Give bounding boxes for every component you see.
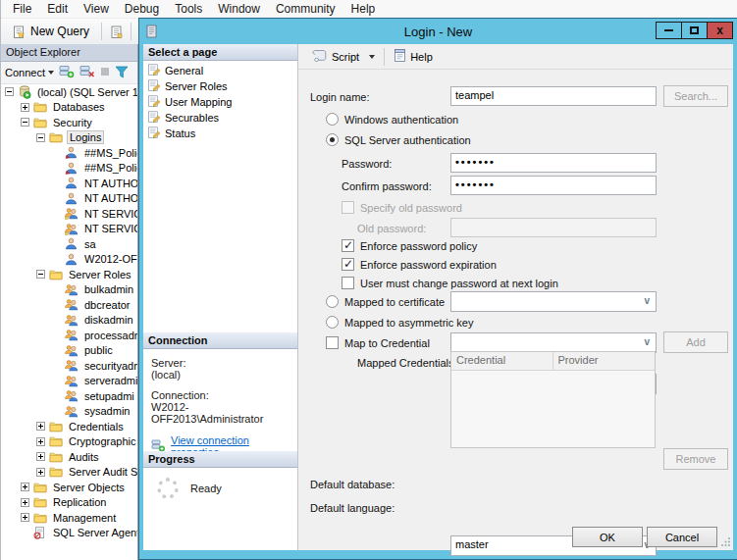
mapped-key-dropdown[interactable]: v: [450, 332, 657, 353]
mapped-cert-radio[interactable]: [326, 295, 339, 308]
maximize-button[interactable]: [681, 22, 708, 39]
expand-icon[interactable]: [36, 437, 45, 446]
page-item-server-roles[interactable]: Server Roles: [143, 78, 297, 94]
tree-item-label: sa: [82, 238, 98, 250]
help-button[interactable]: Help: [390, 47, 437, 66]
page-item-status[interactable]: Status: [143, 126, 297, 141]
mapped-cert-dropdown[interactable]: v: [450, 291, 657, 312]
tree-item-local-sql-server-10[interactable]: (local) (SQL Server 10.: [1, 84, 137, 100]
tree-item-diskadmin[interactable]: diskadmin: [1, 313, 137, 329]
menu-help[interactable]: Help: [343, 0, 384, 18]
tree-item-public[interactable]: public: [1, 343, 137, 359]
page-item-user-mapping[interactable]: User Mapping: [143, 94, 297, 110]
menu-window[interactable]: Window: [210, 0, 268, 18]
expand-icon[interactable]: [21, 483, 29, 491]
must-change-option[interactable]: User must change password at next login: [342, 277, 558, 289]
tree-item-sysadmin[interactable]: sysadmin: [1, 404, 137, 420]
collapse-icon[interactable]: [36, 270, 45, 279]
map-credential-checkbox[interactable]: [326, 336, 339, 349]
expand-icon[interactable]: [36, 422, 45, 431]
tree-item-nt-servic[interactable]: NT SERVIC: [1, 222, 137, 237]
enforce-expiration-label: Enforce password expiration: [360, 259, 497, 271]
menu-tools[interactable]: Tools: [167, 0, 210, 18]
tree-item-securityadm[interactable]: securityadm: [1, 358, 137, 374]
confirm-password-input[interactable]: •••••••: [450, 176, 657, 195]
resize-grip[interactable]: [721, 536, 731, 548]
tree-item-processadm[interactable]: processadm: [1, 328, 137, 343]
chevron-down-icon: v: [644, 295, 650, 306]
enforce-expiration-checkbox[interactable]: [342, 258, 354, 271]
tree-item-label: public: [82, 344, 115, 356]
tree-item-ms-polic[interactable]: ##MS_Polic: [1, 161, 137, 177]
menu-view[interactable]: View: [76, 0, 117, 18]
collapse-icon[interactable]: [5, 87, 14, 96]
menu-debug[interactable]: Debug: [117, 0, 167, 18]
must-change-checkbox[interactable]: [342, 277, 354, 289]
disconnect-server-icon[interactable]: [79, 65, 95, 80]
tree-item-bulkadmin[interactable]: bulkadmin: [1, 282, 137, 298]
sql-auth-radio[interactable]: [326, 133, 339, 146]
tree-item-replication[interactable]: Replication: [1, 495, 137, 511]
page-item-general[interactable]: General: [143, 63, 297, 78]
sql-auth-option[interactable]: SQL Server authentication: [326, 133, 471, 146]
filter-icon[interactable]: [115, 66, 129, 80]
tree-item-sql-server-agent[interactable]: SQL Server Agent (: [1, 526, 137, 541]
expand-icon[interactable]: [21, 498, 29, 507]
collapse-icon[interactable]: [21, 118, 29, 127]
tree-item-logins[interactable]: Logins: [1, 130, 137, 146]
password-input[interactable]: •••••••: [450, 153, 657, 173]
tree-item-setupadmi[interactable]: setupadmi: [1, 388, 137, 404]
tree-item-management[interactable]: Management: [1, 510, 137, 526]
page-item-securables[interactable]: Securables: [143, 110, 297, 126]
tree-item-server-audit-sp[interactable]: Server Audit Sp: [1, 465, 137, 481]
open-file-icon[interactable]: [109, 25, 124, 39]
login-name-input[interactable]: teampel: [450, 86, 657, 106]
tree-item-server-objects[interactable]: Server Objects: [1, 480, 137, 495]
map-credential-option[interactable]: Map to Credential: [326, 336, 430, 349]
expand-icon[interactable]: [36, 468, 45, 477]
mapped-key-option[interactable]: Mapped to asymmetric key: [326, 316, 473, 329]
tree-item-databases[interactable]: Databases: [1, 100, 137, 116]
enforce-expiration-option[interactable]: Enforce password expiration: [342, 258, 497, 271]
connect-server-icon[interactable]: [59, 65, 75, 80]
collapse-icon[interactable]: [36, 133, 45, 142]
new-query-button[interactable]: New Query: [7, 23, 94, 41]
connect-button[interactable]: Connect: [5, 67, 54, 78]
expand-icon[interactable]: [21, 103, 29, 112]
add-button[interactable]: Add: [663, 331, 728, 353]
windows-auth-radio[interactable]: [326, 113, 339, 126]
tree-item-dbcreator[interactable]: dbcreator: [1, 297, 137, 313]
ok-button[interactable]: OK: [572, 527, 643, 547]
mapped-key-radio[interactable]: [326, 316, 339, 329]
tree-item-label: Logins: [67, 130, 104, 144]
tree-item-ms-polic[interactable]: ##MS_Polic: [1, 145, 137, 161]
tree-item-nt-autho[interactable]: NT AUTHO: [1, 176, 137, 191]
expand-icon[interactable]: [36, 452, 45, 461]
search-button[interactable]: Search...: [663, 85, 728, 107]
remove-button[interactable]: Remove: [663, 448, 728, 470]
tree-item-nt-servic[interactable]: NT SERVIC: [1, 206, 137, 222]
minimize-button[interactable]: [656, 22, 682, 39]
script-button[interactable]: Script: [308, 47, 379, 66]
tree-item-security[interactable]: Security: [1, 115, 137, 130]
cancel-button[interactable]: Cancel: [647, 527, 717, 547]
tree-item-server-roles[interactable]: Server Roles: [1, 267, 137, 282]
enforce-policy-checkbox[interactable]: [342, 239, 354, 252]
mapped-cert-option[interactable]: Mapped to certificate: [326, 295, 445, 308]
dialog-titlebar[interactable]: Login - New x: [139, 19, 737, 44]
tree-item-nt-autho[interactable]: NT AUTHO: [1, 191, 137, 207]
windows-auth-option[interactable]: Windows authentication: [326, 113, 458, 126]
expand-icon[interactable]: [21, 513, 29, 522]
tree-item-cryptographic[interactable]: Cryptographic: [1, 434, 137, 450]
menu-edit[interactable]: Edit: [39, 0, 76, 18]
menu-community[interactable]: Community: [268, 0, 343, 18]
folder-icon: [33, 482, 48, 493]
menu-file[interactable]: File: [5, 0, 39, 18]
tree-item-w2012-off[interactable]: W2012-OFF: [1, 252, 137, 268]
close-button[interactable]: x: [707, 22, 733, 39]
tree-item-credentials[interactable]: Credentials: [1, 419, 137, 434]
tree-item-sa[interactable]: sa: [1, 236, 137, 252]
tree-item-serveradmi[interactable]: serveradmi: [1, 374, 137, 389]
tree-item-audits[interactable]: Audits: [1, 449, 137, 465]
enforce-policy-option[interactable]: Enforce password policy: [342, 239, 477, 252]
